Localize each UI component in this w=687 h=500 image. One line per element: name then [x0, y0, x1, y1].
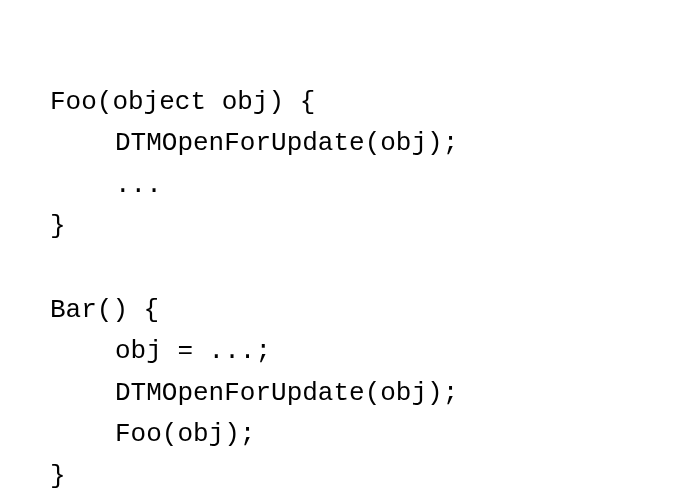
bar-body-line-3: Foo(obj); [115, 419, 255, 449]
bar-close: } [50, 461, 66, 491]
code-snippet: Foo(object obj) { DTMOpenForUpdate(obj);… [50, 40, 637, 498]
foo-close: } [50, 211, 66, 241]
bar-signature: Bar() { [50, 295, 159, 325]
foo-body-line-1: DTMOpenForUpdate(obj); [115, 128, 458, 158]
foo-signature: Foo(object obj) { [50, 87, 315, 117]
foo-body-line-2: ... [115, 170, 162, 200]
bar-body-line-1: obj = ...; [115, 336, 271, 366]
bar-body-line-2: DTMOpenForUpdate(obj); [115, 378, 458, 408]
